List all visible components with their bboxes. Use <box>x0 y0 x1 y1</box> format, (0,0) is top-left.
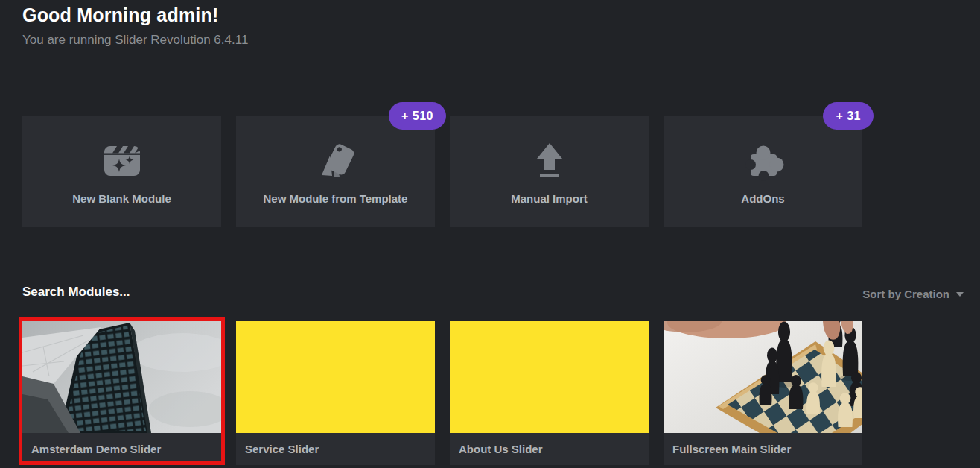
action-card-label: New Blank Module <box>72 192 171 205</box>
sort-dropdown[interactable]: Sort by Creation <box>862 285 964 302</box>
chevron-down-icon <box>956 292 964 297</box>
module-thumbnail-amsterdam-building[interactable] <box>22 321 221 433</box>
search-modules-input[interactable] <box>22 281 343 303</box>
module-title: Amsterdam Demo Slider <box>22 433 221 465</box>
sort-label: Sort by Creation <box>862 288 949 300</box>
version-subtitle: You are running Slider Revolution 6.4.11 <box>22 33 248 48</box>
new-module-from-template-card[interactable]: + 510 New Module from Template <box>236 116 435 227</box>
module-card-about-us-slider[interactable]: About Us Slider <box>450 321 649 465</box>
addons-count-badge: + 31 <box>823 102 874 130</box>
template-count-badge: + 510 <box>389 102 446 130</box>
clapperboard-sparkles-icon <box>99 139 145 181</box>
module-thumbnail-solid-yellow[interactable] <box>236 321 435 433</box>
action-card-label: AddOns <box>741 192 784 205</box>
module-card-fullscreen-main-slider[interactable]: Fullscreen Main Slider <box>664 321 862 465</box>
action-card-label: Manual Import <box>511 192 588 205</box>
module-thumbnail-chess-board[interactable] <box>664 321 862 433</box>
template-tags-icon <box>313 139 359 181</box>
module-title: Service Slider <box>236 433 435 465</box>
module-title: Fullscreen Main Slider <box>664 433 862 465</box>
manual-import-card[interactable]: Manual Import <box>450 116 649 227</box>
action-card-label: New Module from Template <box>264 192 408 205</box>
puzzle-piece-icon <box>740 139 786 181</box>
module-title: About Us Slider <box>450 433 649 465</box>
new-blank-module-card[interactable]: New Blank Module <box>22 116 221 227</box>
page-title: Good Morning admin! <box>22 4 218 26</box>
module-card-service-slider[interactable]: Service Slider <box>236 321 435 465</box>
module-card-amsterdam-demo-slider[interactable]: Amsterdam Demo Slider <box>22 321 221 465</box>
addons-card[interactable]: + 31 AddOns <box>664 116 862 227</box>
module-thumbnail-solid-yellow[interactable] <box>450 321 649 433</box>
upload-arrow-icon <box>526 139 573 181</box>
